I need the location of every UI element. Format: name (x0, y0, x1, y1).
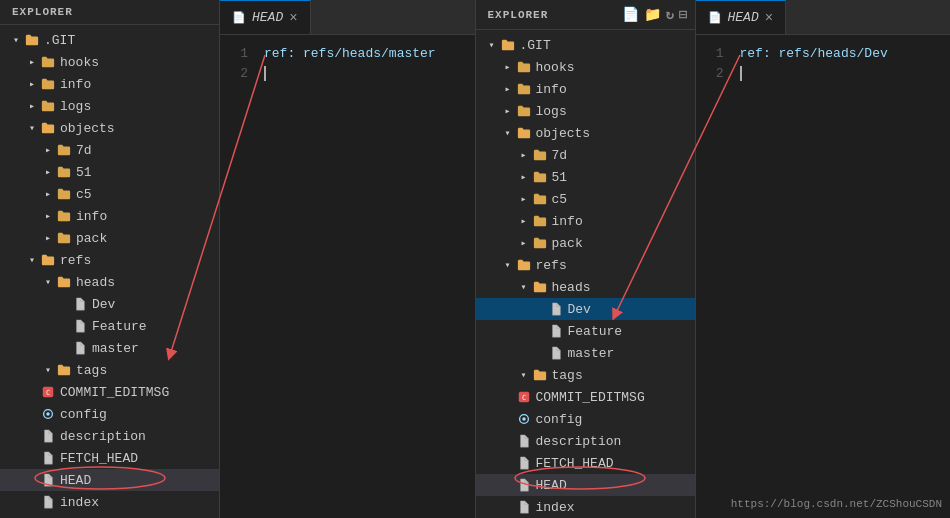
right-explorer-tree: ▾ .GIT▸ hooks▸ info▸ logs▾ objects▸ 7d▸ … (476, 30, 695, 518)
refresh-icon[interactable]: ↻ (666, 6, 675, 23)
folder-closed-icon (40, 54, 56, 70)
left-head-tab[interactable]: 📄 HEAD × (220, 0, 311, 34)
file-icon-file (516, 433, 532, 449)
tree-item-logs2[interactable]: ▸ logs (476, 100, 695, 122)
line-content-1[interactable]: ref: refs/heads/Dev (736, 46, 888, 61)
right-head-tab[interactable]: 📄 HEAD × (696, 0, 787, 34)
new-folder-icon[interactable]: 📁 (644, 6, 662, 23)
tree-label-commit-editmsg: COMMIT_EDITMSG (60, 385, 169, 400)
tree-item-c5[interactable]: ▸ c5 (0, 183, 219, 205)
tree-label-7d: 7d (76, 143, 92, 158)
left-tab-close[interactable]: × (289, 11, 297, 25)
tree-item-feature2[interactable]: Feature (476, 320, 695, 342)
tree-item-head[interactable]: HEAD (0, 469, 219, 491)
line-number-2: 2 (696, 66, 736, 81)
tree-item-512[interactable]: ▸ 51 (476, 166, 695, 188)
tree-item-51[interactable]: ▸ 51 (0, 161, 219, 183)
tree-item-master[interactable]: master (0, 337, 219, 359)
collapse-icon[interactable]: ⊟ (679, 6, 688, 23)
tree-item-fetch-head[interactable]: FETCH_HEAD (0, 447, 219, 469)
folder-closed-icon (56, 230, 72, 246)
tree-item-hooks[interactable]: ▸ hooks (0, 51, 219, 73)
tree-label-info2: info (76, 209, 107, 224)
tree-item-refs2[interactable]: ▾ refs (476, 254, 695, 276)
svg-text:C: C (46, 389, 50, 397)
tree-item-config[interactable]: config (0, 403, 219, 425)
tree-label-config2: config (536, 412, 583, 427)
tree-arrow-info: ▸ (24, 78, 40, 90)
tree-item-info[interactable]: ▸ info (0, 73, 219, 95)
line-number-1: 1 (696, 46, 736, 61)
line-content-1[interactable]: ref: refs/heads/master (260, 46, 436, 61)
tree-arrow-c5: ▸ (40, 188, 56, 200)
tree-label-fetch-head: FETCH_HEAD (60, 451, 138, 466)
tree-item-7d[interactable]: ▸ 7d (0, 139, 219, 161)
tree-item-info4[interactable]: ▸ info (476, 210, 695, 232)
left-editor-tabs: 📄 HEAD × (220, 0, 475, 35)
tree-item-master2[interactable]: master (476, 342, 695, 364)
tree-item-feature[interactable]: Feature (0, 315, 219, 337)
tree-arrow-logs2: ▸ (500, 105, 516, 117)
tree-item-pack[interactable]: ▸ pack (0, 227, 219, 249)
file-icon-file (548, 323, 564, 339)
tree-item-index2[interactable]: index (476, 496, 695, 518)
tree-label-git-root2: .GIT (520, 38, 551, 53)
folder-open-icon (40, 120, 56, 136)
folder-open-icon (516, 257, 532, 273)
tree-arrow-c52: ▸ (516, 193, 532, 205)
tree-item-tags2[interactable]: ▾ tags (476, 364, 695, 386)
tree-item-info3[interactable]: ▸ info (476, 78, 695, 100)
tree-item-index[interactable]: index (0, 491, 219, 513)
file-icon-file (516, 499, 532, 515)
tree-item-heads[interactable]: ▾ heads (0, 271, 219, 293)
line-number-2: 2 (220, 66, 260, 81)
tree-label-logs: logs (60, 99, 91, 114)
line-content-2[interactable] (736, 65, 742, 80)
tree-arrow-git-root2: ▾ (484, 39, 500, 51)
tree-item-tags[interactable]: ▾ tags (0, 359, 219, 381)
new-file-icon[interactable]: 📄 (622, 6, 640, 23)
tree-label-index: index (60, 495, 99, 510)
tree-item-heads2[interactable]: ▾ heads (476, 276, 695, 298)
left-editor-content: 1ref: refs/heads/master2 (220, 35, 475, 518)
tree-item-7d2[interactable]: ▸ 7d (476, 144, 695, 166)
tree-label-c5: c5 (76, 187, 92, 202)
tree-label-commit-editmsg2: COMMIT_EDITMSG (536, 390, 645, 405)
tree-item-commit-editmsg[interactable]: C COMMIT_EDITMSG (0, 381, 219, 403)
tree-label-51: 51 (76, 165, 92, 180)
tree-item-info2[interactable]: ▸ info (0, 205, 219, 227)
tree-item-objects[interactable]: ▾ objects (0, 117, 219, 139)
tree-arrow-512: ▸ (516, 171, 532, 183)
tree-item-logs[interactable]: ▸ logs (0, 95, 219, 117)
left-explorer-header: EXPLORER (0, 0, 219, 25)
tree-item-description[interactable]: description (0, 425, 219, 447)
line-content-2[interactable] (260, 65, 266, 80)
tree-item-objects2[interactable]: ▾ objects (476, 122, 695, 144)
tree-arrow-objects2: ▾ (500, 127, 516, 139)
tree-item-hooks2[interactable]: ▸ hooks (476, 56, 695, 78)
tree-item-fetch-head2[interactable]: FETCH_HEAD (476, 452, 695, 474)
tree-item-commit-editmsg2[interactable]: C COMMIT_EDITMSG (476, 386, 695, 408)
folder-open-icon (516, 125, 532, 141)
tree-item-config2[interactable]: config (476, 408, 695, 430)
tree-item-refs[interactable]: ▾ refs (0, 249, 219, 271)
tree-arrow-info2: ▸ (40, 210, 56, 222)
tree-item-dev2[interactable]: Dev (476, 298, 695, 320)
tree-label-logs2: logs (536, 104, 567, 119)
tree-item-c52[interactable]: ▸ c5 (476, 188, 695, 210)
tree-item-dev[interactable]: Dev (0, 293, 219, 315)
tree-item-git-root2[interactable]: ▾ .GIT (476, 34, 695, 56)
tree-item-description2[interactable]: description (476, 430, 695, 452)
file-icon-file (516, 477, 532, 493)
tree-label-hooks: hooks (60, 55, 99, 70)
tree-arrow-51: ▸ (40, 166, 56, 178)
right-tab-file-icon: 📄 (708, 11, 722, 24)
tree-label-heads2: heads (552, 280, 591, 295)
tree-item-head2[interactable]: HEAD (476, 474, 695, 496)
right-tab-close[interactable]: × (765, 11, 773, 25)
right-editor-content: 1ref: refs/heads/Dev2 (696, 35, 951, 518)
file-icon-file (40, 450, 56, 466)
tree-item-pack2[interactable]: ▸ pack (476, 232, 695, 254)
tree-label-index2: index (536, 500, 575, 515)
tree-item-git-root[interactable]: ▾ .GIT (0, 29, 219, 51)
